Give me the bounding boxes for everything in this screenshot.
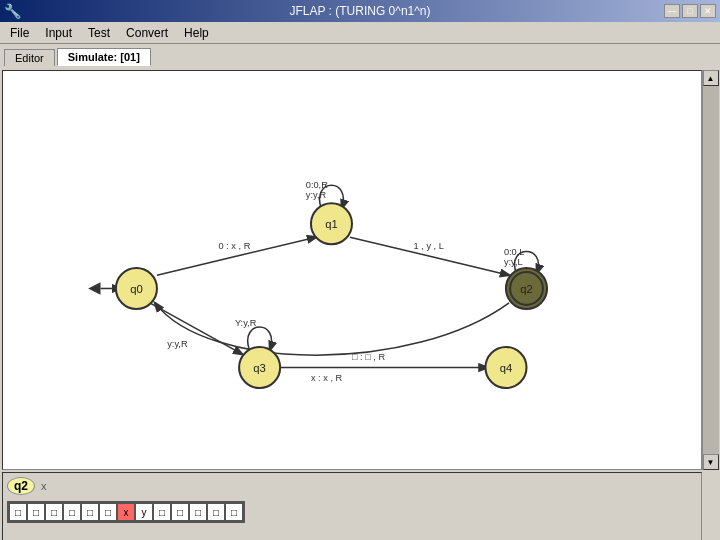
tape-display: □ □ □ □ □ □ x y □ □ □ □ □ [7, 501, 697, 523]
svg-text:1 , y , L: 1 , y , L [414, 241, 444, 251]
tape-cell-1: □ [27, 503, 45, 521]
svg-text:q4: q4 [500, 362, 513, 374]
edge-q0-q3: y:y,R [150, 303, 242, 354]
tab-bar: Editor Simulate: [01] [0, 44, 720, 68]
state-q1[interactable]: q1 [311, 203, 352, 244]
menu-help[interactable]: Help [178, 25, 215, 41]
tape-container: □ □ □ □ □ □ x y □ □ □ □ □ [7, 501, 245, 523]
state-q0[interactable]: q0 [116, 268, 157, 309]
svg-marker-10 [88, 282, 100, 294]
svg-text:0 : x , R: 0 : x , R [219, 241, 251, 251]
tab-simulate[interactable]: Simulate: [01] [57, 48, 151, 66]
menu-bar: File Input Test Convert Help [0, 22, 720, 44]
svg-text:q3: q3 [253, 362, 266, 374]
svg-text:y:y,R: y:y,R [167, 339, 188, 349]
svg-text:0:0,R: 0:0,R [306, 180, 328, 190]
tape-cell-6: x [117, 503, 135, 521]
window-title: JFLAP : (TURING 0^n1^n) [289, 4, 430, 18]
diagram-svg: 0 : x , R 0:0,R y:y,R 1 , y , L 0:0,L y:… [3, 71, 701, 469]
tape-label: x [41, 480, 47, 492]
state-q3[interactable]: q3 [239, 347, 280, 388]
svg-text:q1: q1 [325, 218, 338, 230]
tab-editor[interactable]: Editor [4, 49, 55, 66]
svg-text:q0: q0 [130, 283, 143, 295]
menu-input[interactable]: Input [39, 25, 78, 41]
close-button[interactable]: ✕ [700, 4, 716, 18]
edge-q3-self: Y:y,R [235, 318, 272, 350]
tape-cell-9: □ [171, 503, 189, 521]
tape-cell-5: □ [99, 503, 117, 521]
state-panel: q2 x □ □ □ □ □ □ x y □ □ □ □ □ [2, 472, 702, 540]
svg-text:Y:y,R: Y:y,R [235, 318, 257, 328]
tape-cell-12: □ [225, 503, 243, 521]
tape-cell-10: □ [189, 503, 207, 521]
window-controls: — □ ✕ [664, 4, 716, 18]
edge-q0-q1: 0 : x , R [157, 237, 316, 275]
svg-text:y:y,L: y:y,L [504, 257, 523, 267]
state-q4[interactable]: q4 [485, 347, 526, 388]
minimize-button[interactable]: — [664, 4, 680, 18]
title-bar: 🔧 JFLAP : (TURING 0^n1^n) — □ ✕ [0, 0, 720, 22]
canvas-area: 0 : x , R 0:0,R y:y,R 1 , y , L 0:0,L y:… [2, 70, 702, 470]
svg-text:q2: q2 [520, 283, 533, 295]
svg-text:y:y,R: y:y,R [306, 190, 327, 200]
tape-cell-0: □ [9, 503, 27, 521]
svg-text:□ : □ , R: □ : □ , R [352, 352, 386, 362]
menu-file[interactable]: File [4, 25, 35, 41]
svg-text:x : x , R: x : x , R [311, 373, 343, 383]
tape-cell-3: □ [63, 503, 81, 521]
scroll-track[interactable] [703, 86, 719, 454]
maximize-button[interactable]: □ [682, 4, 698, 18]
tape-cell-4: □ [81, 503, 99, 521]
app-icon: 🔧 [4, 3, 21, 19]
scrollbar: ▲ ▼ [702, 70, 718, 470]
main-content: 0 : x , R 0:0,R y:y,R 1 , y , L 0:0,L y:… [0, 68, 720, 472]
edge-q1-q2: 1 , y , L [350, 237, 509, 275]
menu-test[interactable]: Test [82, 25, 116, 41]
menu-convert[interactable]: Convert [120, 25, 174, 41]
svg-text:0:0,L: 0:0,L [504, 247, 525, 257]
tape-cell-8: □ [153, 503, 171, 521]
tape-cell-2: □ [45, 503, 63, 521]
edge-q2-q0: x : x , R [155, 303, 509, 383]
scroll-down-button[interactable]: ▼ [703, 454, 719, 470]
state-q2[interactable]: q2 [506, 268, 547, 309]
scroll-up-button[interactable]: ▲ [703, 70, 719, 86]
tape-cell-11: □ [207, 503, 225, 521]
current-state-label: q2 [7, 477, 35, 495]
tape-cell-7: y [135, 503, 153, 521]
